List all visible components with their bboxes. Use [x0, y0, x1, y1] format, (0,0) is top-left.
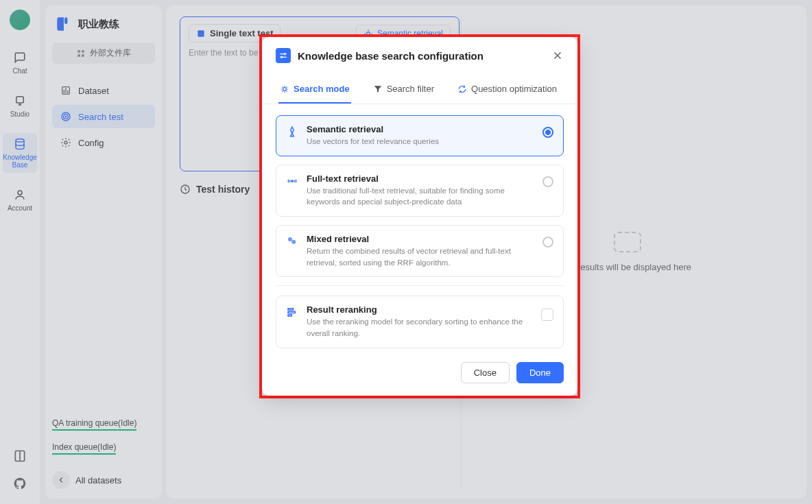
radio-unselected[interactable]	[542, 176, 553, 187]
option-mixed-retrieval[interactable]: Mixed retrieval Return the combined resu…	[276, 225, 564, 277]
sliders-icon	[276, 48, 291, 63]
divider	[276, 285, 564, 286]
svg-rect-20	[288, 315, 291, 316]
rerank-icon	[286, 306, 298, 318]
svg-rect-19	[288, 312, 296, 313]
tab-label: Search mode	[294, 84, 350, 94]
option-title: Full-text retrieval	[307, 173, 534, 184]
modal-header: Knowledge base search configuration	[262, 37, 577, 73]
svg-point-12	[284, 53, 285, 55]
option-desc: Use vectors for text relevance queries	[307, 136, 534, 147]
option-desc: Use traditional full-text retrieval, sui…	[307, 185, 534, 208]
checkbox-unchecked[interactable]	[541, 309, 553, 321]
modal-title: Knowledge base search configuration	[298, 50, 545, 62]
search-config-modal: Knowledge base search configuration Sear…	[262, 37, 577, 396]
option-semantic-retrieval[interactable]: Semantic retrieval Use vectors for text …	[276, 115, 564, 156]
modal-body: Semantic retrieval Use vectors for text …	[262, 104, 577, 362]
svg-point-17	[291, 240, 296, 244]
svg-rect-18	[288, 309, 294, 310]
svg-point-14	[283, 87, 287, 91]
mix-icon	[286, 235, 298, 248]
option-title: Semantic retrieval	[307, 124, 534, 134]
filter-icon	[373, 84, 383, 94]
vector-icon	[286, 125, 298, 138]
modal-highlight-frame: Knowledge base search configuration Sear…	[259, 34, 580, 398]
option-result-reranking[interactable]: Result reranking Use the reranking model…	[276, 296, 564, 348]
close-icon[interactable]	[551, 49, 564, 62]
tab-question-optimization[interactable]: Question optimization	[456, 77, 558, 104]
svg-point-15	[291, 180, 293, 182]
option-title: Mixed retrieval	[307, 234, 534, 244]
close-button[interactable]: Close	[461, 362, 510, 383]
tab-label: Search filter	[387, 84, 434, 94]
tab-label: Question optimization	[471, 84, 557, 94]
modal-tabs: Search mode Search filter Question optim…	[262, 77, 577, 104]
option-desc: Return the combined results of vector re…	[307, 245, 534, 268]
rerank-title: Result reranking	[307, 304, 533, 315]
tab-search-mode[interactable]: Search mode	[278, 77, 351, 104]
tab-search-filter[interactable]: Search filter	[372, 77, 435, 104]
svg-point-16	[288, 237, 292, 241]
radio-unselected[interactable]	[542, 237, 553, 248]
radio-selected[interactable]	[542, 127, 553, 138]
refresh-icon	[457, 84, 467, 94]
rerank-desc: Use the reranking model for secondary so…	[307, 316, 533, 339]
svg-point-13	[281, 56, 283, 58]
done-button[interactable]: Done	[516, 362, 564, 383]
mode-icon	[280, 84, 289, 94]
broadcast-icon	[286, 175, 298, 187]
modal-footer: Close Done	[262, 362, 577, 396]
option-fulltext-retrieval[interactable]: Full-text retrieval Use traditional full…	[276, 165, 564, 217]
